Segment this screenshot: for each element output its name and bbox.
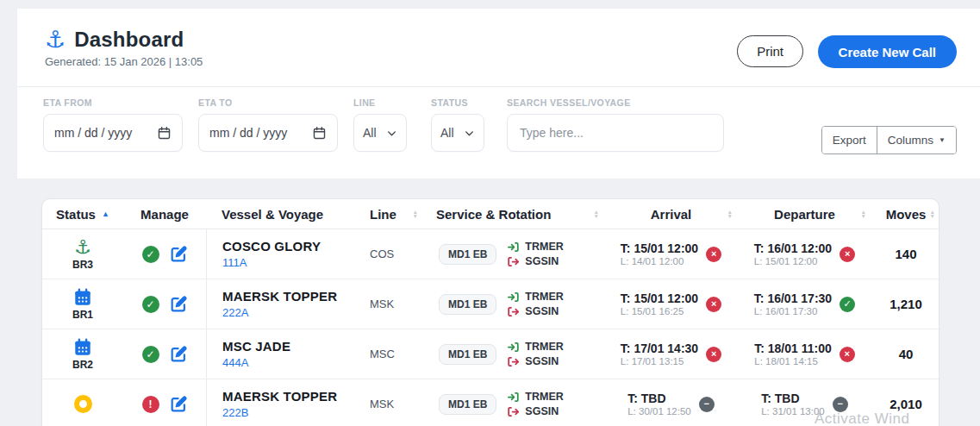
status-select-value: All xyxy=(440,126,454,140)
service-rotation-cell: MD1 EB TRMER SGSIN xyxy=(423,379,604,426)
voyage-link[interactable]: 222A xyxy=(222,306,248,319)
rotation-in-port: TRMER xyxy=(525,241,563,253)
departure-minus-badge-icon: − xyxy=(833,397,848,412)
export-button[interactable]: Export xyxy=(822,127,877,153)
eta-to-value: mm / dd / yyyy xyxy=(209,126,287,140)
arrival-minus-badge-icon: − xyxy=(699,397,715,412)
departure-target: T: 16/01 17:30 xyxy=(754,291,832,305)
eta-from-value: mm / dd / yyyy xyxy=(54,126,132,140)
eta-to-input[interactable]: mm / dd / yyyy xyxy=(198,114,338,152)
column-header-vessel-voyage: Vessel & Voyage xyxy=(206,199,363,229)
service-badge: MD1 EB xyxy=(439,344,496,365)
departure-cell: T: 18/01 11:00 L: 18/01 14:15 × xyxy=(738,329,871,379)
edit-icon[interactable] xyxy=(169,245,188,264)
rotation-out-port: SGSIN xyxy=(525,405,559,417)
arrival-target: T: 15/01 12:00 xyxy=(621,241,698,255)
columns-button[interactable]: Columns ▼ xyxy=(877,127,956,153)
manage-cell: ✓ xyxy=(123,279,206,329)
column-label: Arrival xyxy=(651,207,692,222)
column-header-service-rotation[interactable]: Service & Rotation▲▼ xyxy=(423,199,604,229)
moves-cell: 140 xyxy=(871,229,939,279)
arrival-cell: T: 17/01 14:30 L: 17/01 13:15 × xyxy=(604,329,738,379)
column-label: Manage xyxy=(140,207,189,222)
line-select-value: All xyxy=(363,126,377,140)
sign-out-icon xyxy=(507,355,520,368)
berth-label: BR2 xyxy=(72,359,93,371)
service-rotation-cell: MD1 EB TRMER SGSIN xyxy=(423,229,604,279)
status-cell: BR1 xyxy=(42,279,123,329)
moves-cell: 1,210 xyxy=(871,279,939,329)
column-header-moves[interactable]: Moves▲▼ xyxy=(871,199,939,229)
rotation-out-port: SGSIN xyxy=(525,355,559,367)
line-cell: MSC xyxy=(363,329,423,379)
manage-cell: ✓ xyxy=(123,329,206,379)
calendar-status-icon xyxy=(73,337,92,358)
arrival-cell: T: TBD L: 30/01 12:50 − xyxy=(604,379,738,426)
departure-target: T: 18/01 11:00 xyxy=(754,341,832,355)
calendar-picker-icon[interactable] xyxy=(157,126,172,141)
line-select[interactable]: All xyxy=(353,114,407,152)
arrival-target: T: TBD xyxy=(627,392,665,405)
ring-status-icon xyxy=(74,394,92,415)
status-cell xyxy=(42,379,123,426)
edit-icon[interactable] xyxy=(169,395,188,414)
calls-table: Status▲ManageVessel & VoyageLine▲▼Servic… xyxy=(41,198,939,426)
sign-out-icon xyxy=(507,405,520,418)
service-badge: MD1 EB xyxy=(439,294,496,315)
column-header-line[interactable]: Line▲▼ xyxy=(363,199,423,229)
column-header-status[interactable]: Status▲ xyxy=(42,199,123,229)
table-actions: Export Columns ▼ xyxy=(821,126,957,154)
voyage-link[interactable]: 444A xyxy=(222,356,248,369)
eta-from-label: ETA FROM xyxy=(43,97,183,108)
column-label: Service & Rotation xyxy=(436,207,551,222)
anchor-status-icon: ⚓ xyxy=(74,237,91,258)
voyage-link[interactable]: 111A xyxy=(222,256,247,269)
column-header-arrival[interactable]: Arrival▲▼ xyxy=(604,199,738,229)
sign-in-icon xyxy=(507,341,520,354)
column-label: Moves xyxy=(886,207,927,222)
eta-to-label: ETA TO xyxy=(198,97,338,108)
departure-cell: T: 16/01 12:00 L: 15/01 12:00 × xyxy=(738,229,871,279)
check-circle-icon: ✓ xyxy=(142,246,159,263)
print-button[interactable]: Print xyxy=(737,35,803,67)
berth-label: BR1 xyxy=(72,309,93,321)
arrival-live: L: 30/01 12:50 xyxy=(627,406,691,417)
sort-icon: ▲▼ xyxy=(594,210,599,219)
sign-out-icon xyxy=(507,305,520,318)
edit-icon[interactable] xyxy=(169,345,188,364)
status-select[interactable]: All xyxy=(431,114,484,152)
voyage-link[interactable]: 222B xyxy=(222,406,248,419)
eta-from-input[interactable]: mm / dd / yyyy xyxy=(43,114,183,152)
arrival-live: L: 14/01 12:00 xyxy=(621,256,684,266)
departure-target: T: 16/01 12:00 xyxy=(754,241,832,255)
page-title: Dashboard xyxy=(74,28,184,52)
edit-icon[interactable] xyxy=(169,295,188,314)
calendar-picker-icon[interactable] xyxy=(312,126,327,141)
service-rotation-cell: MD1 EB TRMER SGSIN xyxy=(423,329,604,379)
sign-in-icon xyxy=(507,241,520,254)
alert-circle-icon: ! xyxy=(142,396,159,413)
arrival-target: T: 15/01 12:00 xyxy=(621,291,698,305)
check-circle-icon: ✓ xyxy=(142,296,159,313)
vessel-cell: MSC JADE 444A xyxy=(206,329,363,379)
filter-bar: ETA FROM mm / dd / yyyy ETA TO mm / dd /… xyxy=(17,87,980,179)
generated-timestamp: Generated: 15 Jan 2026 | 13:05 xyxy=(45,55,203,68)
arrival-x-badge-icon: × xyxy=(706,297,721,312)
departure-x-badge-icon: × xyxy=(840,347,855,362)
column-header-manage: Manage xyxy=(123,199,206,229)
caret-down-icon: ▼ xyxy=(939,137,946,144)
vessel-name: COSCO GLORY xyxy=(222,239,321,254)
anchor-icon: ⚓ xyxy=(45,28,66,52)
departure-check-badge-icon: ✓ xyxy=(840,297,855,312)
search-input[interactable] xyxy=(518,125,713,141)
vessel-name: MAERSK TOPPER xyxy=(222,389,337,404)
line-cell: MSK xyxy=(363,379,423,426)
chevron-down-icon xyxy=(464,128,475,139)
create-new-call-button[interactable]: Create New Call xyxy=(818,35,957,68)
arrival-target: T: 17/01 14:30 xyxy=(621,341,698,355)
sign-out-icon xyxy=(507,255,520,268)
column-header-departure[interactable]: Departure▲▼ xyxy=(738,199,871,229)
sort-asc-icon: ▲ xyxy=(102,210,109,218)
table-row: ⚓ BR3 ✓ COSCO GLORY 111A COS MD1 EB xyxy=(42,229,939,279)
departure-live: L: 31/01 13:00 xyxy=(761,406,825,417)
